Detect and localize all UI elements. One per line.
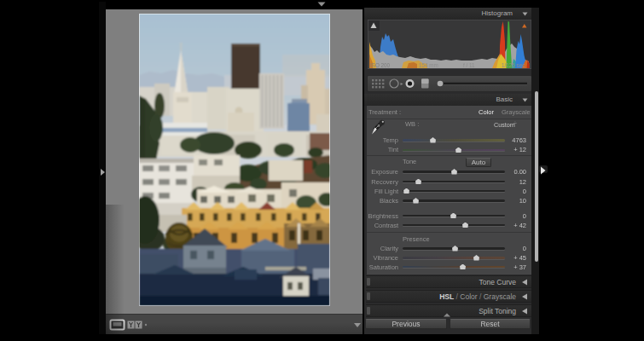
svg-text:154 mm: 154 mm [419,62,438,68]
svg-text:f / 11: f / 11 [463,62,475,68]
svg-text:ISO 200: ISO 200 [370,62,391,68]
svg-text:1/125 sec: 1/125 sec [502,62,525,68]
